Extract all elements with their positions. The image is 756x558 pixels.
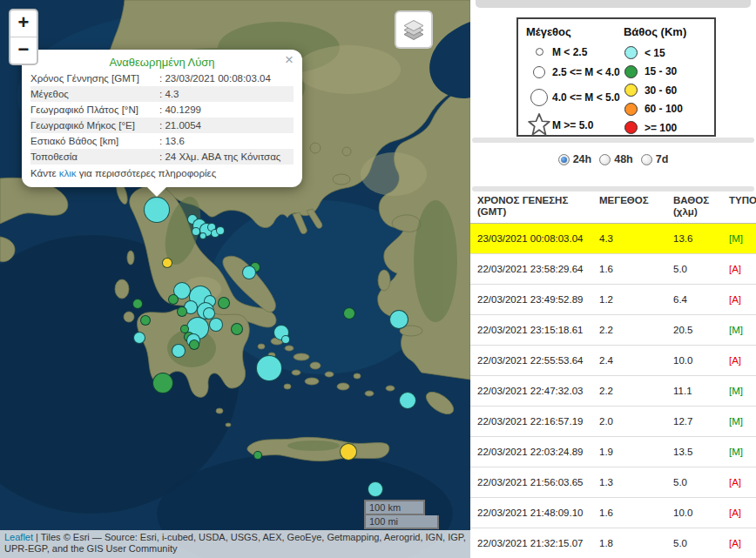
depth-label: 30 - 60 (645, 84, 677, 97)
attribution-bar: Leaflet | Tiles © Esri — Source: Esri, i… (0, 530, 470, 558)
popup-detail-label: Μέγεθος (30, 86, 159, 102)
legend-depth-item: 15 - 30 (624, 63, 709, 82)
popup-more-link[interactable]: κλικ (59, 168, 77, 178)
quake-table: ΧΡΟΝΟΣ ΓΕΝΕΣΗΣ (GMT)ΜΕΓΕΘΟΣΒΑΘΟΣ (χλμ)ΤΥ… (470, 195, 756, 558)
radio-icon[interactable] (599, 154, 611, 165)
quake-marker[interactable] (209, 318, 223, 332)
quake-table-row[interactable]: 22/03/2021 21:32:15.07 1.8 5.0 [A] (470, 528, 756, 558)
cell-origin-time: 22/03/2021 21:48:09.10 (477, 508, 599, 518)
popup-footer: Κάντε κλικ για περισσότερες πληροφορίες (30, 165, 294, 182)
quake-table-row[interactable]: 22/03/2021 22:47:32.03 2.2 11.1 [M] (470, 376, 756, 407)
quake-table-row[interactable]: 23/03/2021 00:08:03.04 4.3 13.6 [M] (470, 224, 756, 254)
popup-detail-value: : 21.0054 (159, 118, 201, 133)
quake-marker[interactable] (231, 323, 243, 335)
popup-close-icon[interactable]: × (285, 52, 294, 67)
magnitude-label: 4.0 <= M < 5.0 (552, 91, 620, 104)
cell-magnitude: 1.3 (599, 477, 673, 487)
cell-magnitude: 1.2 (599, 294, 673, 305)
table-body: 23/03/2021 00:08:03.04 4.3 13.6 [M] 22/0… (470, 224, 756, 558)
cell-magnitude: 1.9 (599, 447, 673, 457)
quake-marker[interactable] (256, 355, 282, 381)
popup-detail-value: : 13.6 (159, 133, 185, 149)
quake-marker[interactable] (140, 315, 151, 326)
quake-marker[interactable] (399, 392, 416, 409)
cell-origin-time: 22/03/2021 22:16:57.19 (477, 416, 599, 427)
quake-table-row[interactable]: 22/03/2021 23:15:18.61 2.2 20.5 [M] (470, 315, 756, 346)
cell-magnitude: 2.0 (599, 416, 673, 427)
depth-label: < 15 (645, 47, 665, 59)
cell-depth: 10.0 (673, 355, 729, 366)
legend-depth-item: 60 - 100 (624, 100, 709, 119)
cell-type: [A] (729, 355, 756, 366)
quake-table-row[interactable]: 22/03/2021 21:48:09.10 1.6 10.0 [A] (470, 498, 756, 528)
legend-depth-title: Βάθος (Km) (624, 25, 709, 38)
quake-marker[interactable] (242, 266, 256, 279)
quake-marker[interactable] (168, 294, 179, 305)
quake-marker[interactable] (216, 226, 225, 235)
legend-magnitude-item: 4.0 <= M < 5.0 (526, 84, 622, 111)
quake-marker[interactable] (172, 344, 186, 358)
quake-table-row[interactable]: 22/03/2021 23:49:52.89 1.2 6.4 [A] (470, 285, 756, 315)
cell-depth: 20.5 (673, 325, 729, 335)
cell-type: [A] (729, 294, 756, 305)
quake-marker[interactable] (218, 297, 230, 309)
cell-origin-time: 22/03/2021 23:15:18.61 (477, 325, 599, 335)
radio-label: 48h (614, 153, 633, 165)
depth-label: >= 100 (645, 122, 677, 134)
map[interactable]: + − × Αναθεωρημένη Λύση Χρόνος Γέννησης … (0, 0, 470, 558)
quake-marker[interactable] (389, 310, 408, 329)
zoom-out-button[interactable]: − (10, 37, 37, 64)
time-range-option[interactable]: 48h (599, 153, 633, 165)
cell-depth: 5.0 (673, 538, 729, 548)
time-range-option[interactable]: 24h (558, 153, 592, 165)
quake-table-row[interactable]: 22/03/2021 22:16:57.19 2.0 12.7 [M] (470, 407, 756, 437)
quake-table-row[interactable]: 22/03/2021 22:03:24.89 1.9 13.5 [M] (470, 437, 756, 467)
legend-depth-item: >= 100 (624, 118, 709, 138)
radio-icon[interactable] (558, 154, 570, 165)
legend-depth-item: 30 - 60 (624, 81, 709, 100)
quake-marker[interactable] (152, 373, 173, 393)
legend-magnitude-title: Μέγεθος (526, 25, 622, 38)
cell-magnitude: 2.2 (599, 386, 673, 396)
quake-table-row[interactable]: 22/03/2021 22:55:53.64 2.4 10.0 [A] (470, 346, 756, 376)
leaflet-link[interactable]: Leaflet (4, 532, 33, 542)
cell-magnitude: 1.8 (599, 538, 673, 548)
radio-icon[interactable] (641, 154, 652, 165)
quake-marker[interactable] (177, 306, 187, 317)
quake-marker[interactable] (133, 332, 145, 344)
zoom-control: + − (9, 9, 38, 65)
popup-detail-row: Γεωγραφικό Πλάτος [°N] : 40.1299 (30, 102, 294, 118)
quake-marker[interactable] (340, 443, 357, 461)
legend-box: Μέγεθος M < 2.5 2.5 <= M < 4.0 4.0 <= M … (516, 17, 716, 137)
earthquake-monitor-app: + − × Αναθεωρημένη Λύση Χρόνος Γέννησης … (0, 0, 756, 558)
quake-marker[interactable] (281, 335, 290, 344)
magnitude-circle-icon (533, 66, 545, 78)
zoom-in-button[interactable]: + (10, 10, 37, 37)
quake-table-row[interactable]: 22/03/2021 23:58:29.64 1.6 5.0 [A] (470, 254, 756, 285)
quake-marker[interactable] (343, 307, 355, 319)
table-header-cell: ΜΕΓΕΘΟΣ (599, 195, 673, 206)
popup-detail-row: Χρόνος Γέννησης [GMT] : 23/03/2021 00:08… (30, 71, 294, 86)
table-header-row: ΧΡΟΝΟΣ ΓΕΝΕΣΗΣ (GMT)ΜΕΓΕΘΟΣΒΑΘΟΣ (χλμ)ΤΥ… (470, 195, 756, 224)
quake-marker[interactable] (144, 197, 170, 223)
cell-depth: 13.6 (673, 233, 729, 244)
quake-marker[interactable] (189, 340, 199, 350)
popup-detail-value: : 24 Χλμ. ΑΒΑ της Κόνιτσας (159, 149, 280, 165)
depth-color-icon (624, 46, 638, 59)
quake-marker[interactable] (368, 481, 383, 497)
cell-type: [M] (729, 447, 756, 457)
time-range-option[interactable]: 7d (641, 153, 669, 165)
popup-detail-label: Γεωγραφικό Πλάτος [°N] (30, 102, 159, 118)
layers-control-button[interactable] (395, 10, 433, 49)
quake-marker[interactable] (162, 258, 172, 268)
cell-depth: 5.0 (673, 477, 729, 487)
quake-table-row[interactable]: 22/03/2021 21:56:03.65 1.3 5.0 [A] (470, 467, 756, 498)
quake-marker[interactable] (253, 451, 262, 460)
quake-marker[interactable] (132, 299, 143, 309)
cell-depth: 10.0 (673, 508, 729, 518)
legend-magnitude-item: 2.5 <= M < 4.0 (526, 62, 622, 83)
magnitude-shape (526, 66, 552, 78)
quake-marker[interactable] (199, 232, 206, 239)
legend-magnitude-column: Μέγεθος M < 2.5 2.5 <= M < 4.0 4.0 <= M … (526, 25, 622, 131)
popup-detail-row: Γεωγραφικό Μήκος [°E] : 21.0054 (30, 118, 294, 133)
